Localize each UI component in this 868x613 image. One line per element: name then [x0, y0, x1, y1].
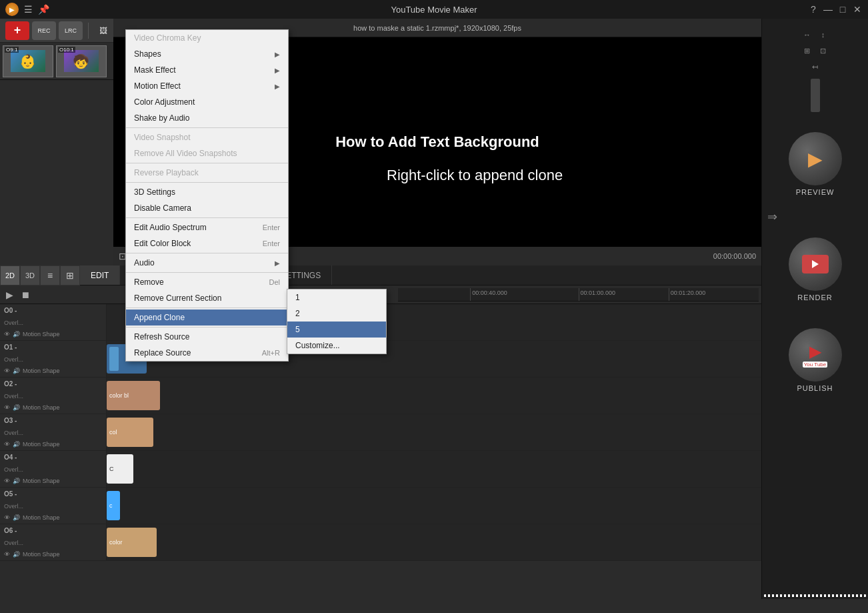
track-clip-4[interactable]: C [107, 454, 133, 484]
ctx-replace-source[interactable]: Replace Source Alt+R [126, 345, 288, 361]
track-clip-5[interactable]: c [107, 491, 120, 520]
ctx-color-adjustment[interactable]: Color Adjustment [126, 94, 288, 110]
ctx-shapes[interactable]: Shapes ▶ [126, 46, 288, 62]
preview-button[interactable]: ▶ [789, 132, 842, 185]
track-eye-0[interactable]: 👁 [4, 331, 10, 338]
ctx-edit-color-shortcut: Enter [263, 239, 280, 247]
track-mute-4[interactable]: 🔊 [13, 478, 20, 484]
publish-button[interactable]: ▶ You Tube [789, 328, 842, 382]
ctx-3d-settings[interactable]: 3D Settings [126, 184, 288, 200]
2d-mode-button[interactable]: 2D [0, 265, 20, 285]
add-button[interactable]: + [5, 21, 29, 40]
track-mute-1[interactable]: 🔊 [13, 368, 20, 374]
ctx-remove-section[interactable]: Remove Current Section [126, 290, 288, 306]
ctx-sep-7 [126, 308, 288, 308]
track-mute-0[interactable]: 🔊 [13, 331, 20, 338]
right-icon-2[interactable]: ↕ [817, 28, 830, 41]
track-eye-4[interactable]: 👁 [4, 478, 10, 484]
ctx-motion-effect[interactable]: Motion Effect ▶ [126, 78, 288, 94]
ruler-tick-1: 00:00:40.000 [470, 288, 507, 301]
track-type-5: Motion Shape [23, 514, 60, 521]
media-panel: O9:1 👶 O10:1 🧒 [0, 43, 113, 80]
render-button[interactable] [789, 237, 842, 291]
ctx-video-chroma: Video Chroma Key [126, 30, 288, 46]
file-info: how to maske a static 1.rzmmpj*, 1920x10… [353, 24, 521, 32]
timeline-play[interactable]: ▶ [3, 288, 16, 301]
track-eye-2[interactable]: 👁 [4, 404, 10, 411]
ctx-sep-4 [126, 217, 288, 218]
minimize-button[interactable]: — [823, 4, 833, 15]
track-eye-5[interactable]: 👁 [4, 514, 10, 521]
tab-edit[interactable]: EDIT [80, 265, 120, 285]
maximize-button[interactable]: □ [837, 4, 848, 15]
media-thumb-1[interactable]: O9:1 👶 [3, 45, 53, 77]
arrow-right-icon: ⇒ [767, 209, 777, 224]
right-icon-1[interactable]: ↔ [801, 28, 814, 41]
track-clip-3[interactable]: col [107, 418, 153, 447]
ctx-sep-3 [126, 182, 288, 183]
ctx-audio[interactable]: Audio ▶ [126, 255, 288, 271]
ctx-append-clone[interactable]: Append Clone [126, 310, 288, 326]
sub-ctx-item-2[interactable]: 2 [287, 305, 386, 322]
track-row: O2 - Overl... 👁 🔊 Motion Shape color bl [0, 378, 761, 414]
track-mute-6[interactable]: 🔊 [13, 551, 20, 558]
ctx-refresh-source[interactable]: Refresh Source [126, 329, 288, 345]
ctx-audio-arrow: ▶ [275, 259, 280, 267]
track-content-2[interactable]: color bl [107, 378, 761, 414]
record-button[interactable]: REC [32, 21, 56, 40]
ctx-shake-audio[interactable]: Shake by Audio [126, 110, 288, 126]
track-content-3[interactable]: col [107, 414, 761, 450]
close-button[interactable]: ✕ [852, 4, 863, 15]
timeline-stop[interactable]: ⏹ [19, 288, 32, 301]
pin-icon[interactable]: 📌 [38, 4, 49, 15]
ctx-sep-2 [126, 163, 288, 163]
track-eye-3[interactable]: 👁 [4, 441, 10, 448]
track-label-1: O1 - Overl... 👁 🔊 Motion Shape [0, 341, 107, 377]
track-row: O4 - Overl... 👁 🔊 Motion Shape C [0, 451, 761, 488]
ctx-disable-camera[interactable]: Disable Camera [126, 200, 288, 216]
track-label-6: O6 - Overl... 👁 🔊 Motion Shape [0, 524, 107, 560]
right-icon-5[interactable]: ↤ [809, 60, 822, 73]
media-thumb-label-1: O9:1 [5, 47, 19, 53]
sub-ctx-customize[interactable]: Customize... [287, 338, 386, 354]
track-row: O6 - Overl... 👁 🔊 Motion Shape color [0, 524, 761, 561]
track-content-4[interactable]: C [107, 451, 761, 487]
ctx-mask-effect[interactable]: Mask Effect ▶ [126, 62, 288, 78]
media-thumb-2[interactable]: O10:1 🧒 [56, 45, 107, 77]
track-content-5[interactable]: c [107, 488, 761, 524]
ctx-video-snapshot: Video Snapshot [126, 129, 288, 145]
track-content-6[interactable]: color [107, 524, 761, 560]
track-label-3: O3 - Overl... 👁 🔊 Motion Shape [0, 414, 107, 450]
right-icon-4[interactable]: ⊡ [817, 44, 830, 57]
right-icon-3[interactable]: ⊞ [801, 44, 814, 57]
track-mute-5[interactable]: 🔊 [13, 514, 20, 521]
sub-ctx-item-5[interactable]: 5 [287, 322, 386, 338]
app-logo: ▶ [5, 3, 19, 16]
ctx-motion-arrow: ▶ [275, 83, 280, 90]
lrc-button[interactable]: LRC [59, 21, 83, 40]
ctx-shapes-arrow: ▶ [275, 51, 280, 58]
ruler-tick-2: 00:01:00.000 [579, 288, 616, 301]
menu-icon[interactable]: ☰ [24, 4, 33, 15]
list-mode-button[interactable]: ≡ [40, 265, 60, 285]
track-eye-6[interactable]: 👁 [4, 551, 10, 558]
ctx-edit-audio-shortcut: Enter [263, 223, 280, 231]
ctx-edit-color-block[interactable]: Edit Color Block Enter [126, 235, 288, 251]
track-mute-2[interactable]: 🔊 [13, 404, 20, 411]
track-eye-1[interactable]: 👁 [4, 368, 10, 374]
media-icon[interactable]: 🖼 [94, 21, 113, 40]
3d-mode-button[interactable]: 3D [20, 265, 40, 285]
track-clip-2[interactable]: color bl [107, 381, 160, 410]
ctx-edit-audio-spectrum[interactable]: Edit Audio Spectrum Enter [126, 219, 288, 235]
track-mute-3[interactable]: 🔊 [13, 441, 20, 448]
help-button[interactable]: ? [808, 4, 819, 15]
track-label-5: O5 - Overl... 👁 🔊 Motion Shape [0, 488, 107, 524]
preview-canvas-text: How to Add Text Background [335, 133, 539, 151]
grid-mode-button[interactable]: ⊞ [60, 265, 80, 285]
sub-ctx-item-1[interactable]: 1 [287, 289, 386, 305]
ruler-tick-3: 00:01:20.000 [669, 288, 706, 301]
track-clip-6[interactable]: color [107, 528, 157, 557]
track-label-0: O0 - Overl... 👁 🔊 Motion Shape [0, 304, 107, 340]
track-row: O3 - Overl... 👁 🔊 Motion Shape col [0, 414, 761, 451]
ctx-remove[interactable]: Remove Del [126, 274, 288, 290]
